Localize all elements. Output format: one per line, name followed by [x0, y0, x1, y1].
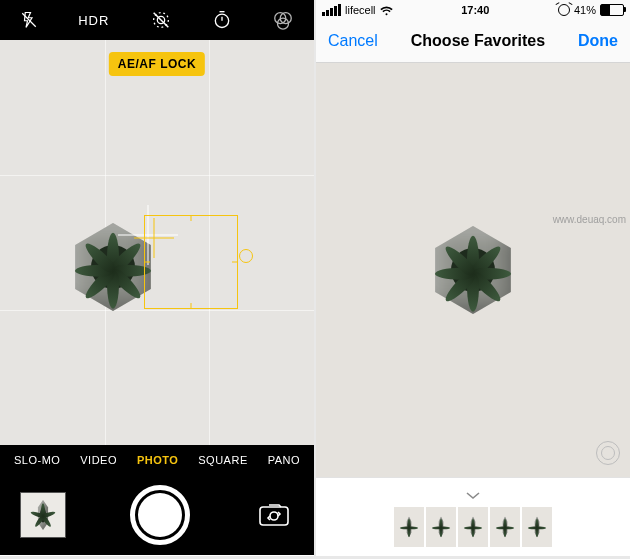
- filters-icon[interactable]: [272, 9, 294, 31]
- svg-line-3: [153, 13, 168, 28]
- ae-af-lock-badge: AE/AF LOCK: [109, 52, 205, 76]
- camera-app: HDR AE/AF LOCK: [0, 0, 314, 556]
- hdr-toggle[interactable]: HDR: [78, 13, 109, 28]
- timer-icon[interactable]: [212, 10, 232, 30]
- mode-pano[interactable]: PANO: [268, 454, 300, 466]
- burst-filmstrip[interactable]: [316, 477, 630, 556]
- mode-video[interactable]: VIDEO: [80, 454, 117, 466]
- live-photo-off-icon[interactable]: [150, 9, 172, 31]
- battery-icon: [600, 4, 624, 16]
- exposure-sun-icon[interactable]: [239, 249, 253, 263]
- camera-top-toolbar: HDR: [0, 0, 314, 40]
- status-time: 17:40: [461, 4, 489, 16]
- mode-photo[interactable]: PHOTO: [137, 454, 178, 466]
- camera-mode-strip[interactable]: SLO-MO VIDEO PHOTO SQUARE PANO: [0, 445, 314, 475]
- grid-line: [0, 175, 314, 176]
- mode-square[interactable]: SQUARE: [198, 454, 247, 466]
- watermark: www.deuaq.com: [553, 214, 626, 225]
- status-bar: lifecell 17:40 41%: [316, 0, 630, 20]
- shutter-button[interactable]: [130, 485, 190, 545]
- signal-bars-icon: [322, 4, 341, 16]
- alarm-icon: [558, 4, 570, 16]
- mode-slomo[interactable]: SLO-MO: [14, 454, 60, 466]
- camera-bottom-bar: [0, 475, 314, 555]
- svg-rect-8: [260, 507, 288, 525]
- battery-percentage: 41%: [574, 4, 596, 16]
- done-button[interactable]: Done: [578, 32, 618, 50]
- nav-bar: Cancel Choose Favorites Done: [316, 20, 630, 63]
- carrier-label: lifecell: [345, 4, 376, 16]
- flash-off-icon[interactable]: [20, 11, 38, 29]
- chevron-down-icon[interactable]: [466, 489, 480, 503]
- live-photo-indicator-icon: [596, 441, 620, 465]
- focus-indicator: [144, 215, 238, 309]
- filmstrip-frame[interactable]: [394, 507, 424, 547]
- filmstrip-frame[interactable]: [490, 507, 520, 547]
- filmstrip-frame[interactable]: [426, 507, 456, 547]
- camera-viewfinder[interactable]: AE/AF LOCK: [0, 40, 314, 445]
- nav-title: Choose Favorites: [411, 32, 545, 50]
- wifi-icon: [380, 6, 393, 15]
- last-photo-thumbnail[interactable]: [20, 492, 66, 538]
- cancel-button[interactable]: Cancel: [328, 32, 378, 50]
- filmstrip-frame[interactable]: [458, 507, 488, 547]
- photos-choose-favorites: lifecell 17:40 41% Cancel Choose Favorit…: [316, 0, 630, 556]
- filmstrip-frame[interactable]: [522, 507, 552, 547]
- camera-switch-icon[interactable]: [254, 499, 294, 531]
- photo-preview[interactable]: [316, 63, 630, 477]
